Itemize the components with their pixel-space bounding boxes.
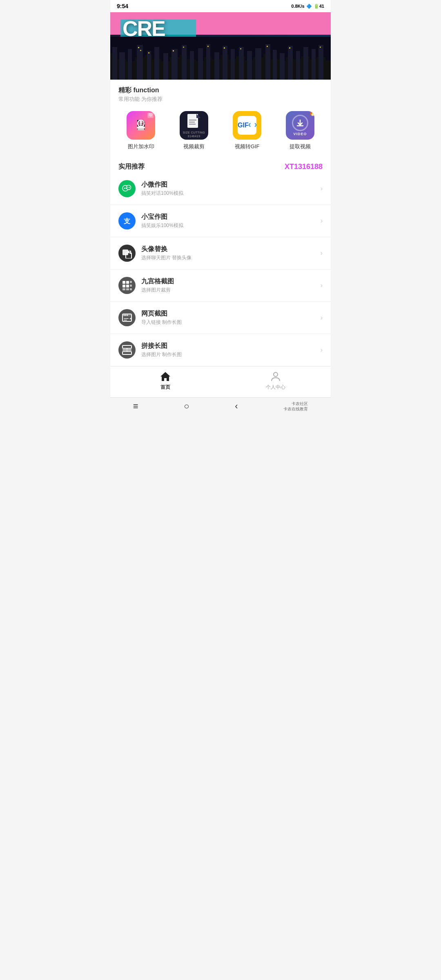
- svg-rect-24: [206, 44, 210, 80]
- svg-rect-52: [318, 45, 323, 80]
- list-item-grid[interactable]: 九宫格截图 选择图片裁剪 ›: [110, 270, 331, 302]
- web-content: 网页截图 导入链接 制作长图: [141, 310, 317, 326]
- svg-point-81: [126, 188, 127, 189]
- recommended-header: 实用推荐 XT1316188: [118, 163, 323, 171]
- feature-grid: 🖹 印 印 图片加水印: [110, 106, 331, 157]
- back-button[interactable]: ‹: [235, 401, 238, 412]
- svg-rect-91: [126, 285, 129, 287]
- svg-rect-34: [247, 51, 252, 80]
- grid-name: 九宫格截图: [141, 277, 317, 286]
- tab-profile-label: 个人中心: [266, 384, 285, 391]
- list-item-merge[interactable]: 拼接长图 选择图片 制作长图 ›: [110, 334, 331, 366]
- alipay-desc: 搞笑娱乐100%模拟: [141, 222, 317, 229]
- menu-button[interactable]: ≡: [133, 401, 138, 412]
- svg-rect-30: [231, 49, 235, 80]
- list-item-alipay[interactable]: 支 小宝作图 搞笑娱乐100%模拟 ›: [110, 205, 331, 237]
- svg-rect-74: [189, 122, 195, 122]
- gif-icon-bg: GIF: [233, 111, 261, 140]
- svg-rect-93: [130, 285, 132, 287]
- alipay-content: 小宝作图 搞笑娱乐100%模拟: [141, 213, 317, 229]
- wechat-svg: [122, 183, 132, 194]
- avatar-arrow: ›: [321, 249, 323, 257]
- merge-svg: [122, 345, 132, 355]
- web-name: 网页截图: [141, 310, 317, 318]
- feature-gif[interactable]: GIF 视频转GIF: [233, 111, 261, 150]
- svg-rect-57: [173, 50, 174, 51]
- cutting-label: 视频裁剪: [183, 143, 205, 150]
- svg-rect-18: [182, 45, 187, 80]
- svg-rect-2: [112, 47, 117, 80]
- svg-rect-63: [289, 47, 290, 49]
- cutting-icon-inner: SIZE CUTTING 3146419: [180, 111, 208, 140]
- svg-rect-89: [126, 281, 129, 284]
- svg-rect-105: [122, 345, 131, 348]
- svg-point-79: [127, 185, 131, 190]
- video-icon-bg: 🔥 VIDEO: [286, 111, 314, 140]
- alipay-icon: 支: [118, 212, 136, 229]
- svg-rect-96: [130, 288, 132, 290]
- video-circle: [292, 115, 308, 131]
- gif-arrows-svg: [249, 122, 256, 128]
- svg-rect-53: [323, 60, 331, 80]
- site-logo: 卡农社区卡农在线教育: [283, 401, 308, 412]
- svg-rect-12: [154, 47, 159, 80]
- merge-name: 拼接长图: [141, 342, 317, 350]
- status-time: 9:54: [117, 3, 128, 9]
- alipay-name: 小宝作图: [141, 213, 317, 221]
- svg-rect-44: [288, 46, 293, 80]
- svg-rect-22: [198, 48, 203, 80]
- svg-rect-103: [124, 320, 127, 321]
- promo-code: XT1316188: [285, 163, 323, 171]
- svg-rect-107: [122, 352, 131, 354]
- feature-cutting[interactable]: SIZE CUTTING 3146419 视频裁剪: [180, 111, 208, 150]
- svg-rect-69: [138, 129, 144, 130]
- featured-subtitle: 常用功能 为你推荐: [118, 96, 323, 103]
- svg-rect-8: [137, 45, 143, 80]
- recommended-title: 实用推荐: [118, 163, 145, 171]
- list-section: 小微作图 搞笑对话100%模拟 › 支 小宝作图 搞笑娱乐100%模拟 ›: [110, 173, 331, 366]
- svg-point-101: [127, 315, 128, 316]
- svg-point-82: [127, 187, 128, 188]
- svg-rect-55: [140, 50, 141, 51]
- svg-rect-88: [122, 281, 125, 284]
- tab-home[interactable]: 首页: [110, 371, 220, 391]
- avatar-icon: [118, 245, 136, 262]
- svg-text:支: 支: [123, 218, 131, 225]
- home-button[interactable]: ○: [184, 401, 189, 412]
- list-item-wechat[interactable]: 小微作图 搞笑对话100%模拟 ›: [110, 173, 331, 205]
- feature-video[interactable]: 🔥 VIDEO 提取视频: [286, 111, 314, 150]
- gif-icon-inner: GIF: [238, 116, 256, 135]
- list-item-avatar[interactable]: 头像替换 选择聊天图片 替换头像 ›: [110, 237, 331, 270]
- tab-profile[interactable]: 个人中心: [220, 371, 331, 391]
- watermark-label: 图片加水印: [128, 143, 154, 150]
- recommended-section: 实用推荐 XT1316188: [110, 157, 331, 171]
- merge-arrow: ›: [321, 346, 323, 354]
- svg-rect-56: [148, 52, 149, 53]
- featured-section-header: 精彩 function 常用功能 为你推荐: [110, 80, 331, 106]
- wechat-content: 小微作图 搞笑对话100%模拟: [141, 180, 317, 197]
- svg-rect-20: [190, 51, 194, 80]
- tab-bar: 首页 个人中心: [110, 366, 331, 397]
- alipay-arrow: ›: [321, 217, 323, 225]
- cutting-text2: 3146419: [188, 135, 200, 138]
- svg-point-80: [124, 188, 125, 189]
- list-item-web[interactable]: 网页截图 导入链接 制作长图 ›: [110, 302, 331, 334]
- wechat-arrow: ›: [321, 185, 323, 192]
- main-content: 精彩 function 常用功能 为你推荐 🖹 印 印: [110, 80, 331, 415]
- svg-rect-58: [183, 47, 184, 48]
- home-icon: [160, 371, 171, 382]
- svg-point-100: [125, 315, 127, 316]
- svg-rect-54: [138, 47, 139, 48]
- svg-rect-50: [312, 49, 316, 80]
- feature-watermark[interactable]: 🖹 印 印 图片加水印: [127, 111, 155, 150]
- svg-rect-28: [223, 46, 227, 80]
- svg-point-111: [274, 372, 278, 376]
- network-speed: 0.8K/s: [291, 4, 304, 9]
- download-svg: [296, 118, 305, 127]
- nav-bar: ≡ ○ ‹ 卡农社区卡农在线教育: [110, 397, 331, 415]
- watermark-icon-bg: 🖹 印 印: [127, 111, 155, 140]
- battery-icon: 🔋41: [314, 4, 324, 9]
- svg-rect-4: [119, 52, 125, 80]
- web-arrow: ›: [321, 314, 323, 321]
- svg-rect-60: [224, 47, 225, 49]
